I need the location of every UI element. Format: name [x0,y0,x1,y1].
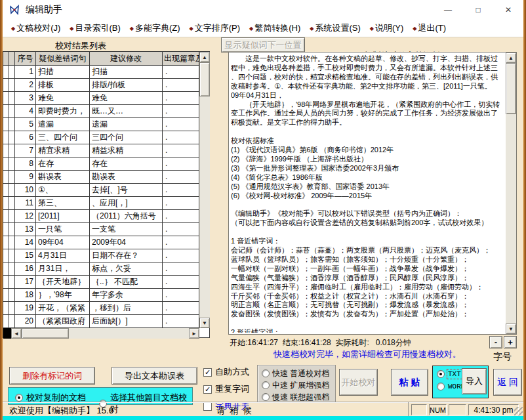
switch-checkbox-option[interactable]: ✓ 自助方式 [203,366,249,378]
back-button[interactable]: 返 回 [493,369,522,396]
suspect-row[interactable]: 8 在存 存在 . [3,158,209,171]
resize-grip[interactable] [514,407,523,415]
suspect-row[interactable]: 19 开花，（紧紧 ，移到）后 . [3,302,209,315]
format-radio-option[interactable]: TXT [437,370,465,378]
suspect-row[interactable]: 5 遣漏 遗漏 . [3,118,209,131]
switch-label: 自助方式 [215,366,249,378]
row-no: 3 [15,92,36,105]
menu-item-label: 目录索引(B) [75,22,120,34]
grid-header-ref: 出现篇章及 [163,52,199,66]
minimize-button-icon[interactable]: — [433,0,463,20]
row-no: 7 [15,144,36,158]
doc-vscroll-thumb[interactable] [506,63,516,114]
menu-item[interactable]: 目录索引(B) [65,20,125,37]
row-suggestion: 去掉[、]号 [90,184,163,197]
menu-item[interactable]: 文字排序(P) [185,20,245,37]
suspect-row[interactable]: 14 09年04 2009年04 . [3,236,209,249]
row-ref: . [163,223,199,236]
row-no: 12 [15,210,36,223]
suspect-row[interactable]: 11 第三、 、应用[，] . [3,197,209,210]
grid-header-suggest: 建议修改 [90,52,163,66]
row-suggestion: 三四个问 [90,131,163,144]
row-ref: . [163,236,199,249]
speed-radio-option[interactable]: 快速 普通校对档 [258,368,335,379]
suspect-row[interactable]: 20 （紧紧围政府 后面缺[）] . [3,315,209,328]
scroll-down-icon[interactable]: ▼ [199,318,210,328]
menu-item[interactable]: 系统设置(S) [305,20,365,37]
document-textarea[interactable]: 这是一款中文校对软件。在各种文稿的起草、修改、抄写、打字、扫措、排板过 程中，难… [228,52,517,335]
suspect-row[interactable]: 7 精宜求精 精益求精 . [3,144,209,158]
maximize-button-icon[interactable]: □ [463,0,493,20]
menu-item[interactable]: 退出(T) [408,20,451,37]
row-ref: . [163,315,199,328]
suspect-row[interactable]: 3 难免 难免 . [3,92,209,105]
menu-item[interactable]: 繁简转换(H) [245,20,305,37]
suspect-row[interactable]: 1 扫措 扫描 . [3,66,209,79]
row-ref: . [163,289,199,302]
menu-item[interactable]: 说明(Y) [365,20,409,37]
font-smaller-button[interactable]: - [489,336,502,348]
grid-vscrollbar[interactable]: ▲ ▼ [199,52,210,328]
doc-vscrollbar[interactable]: ▲ ▼ [506,52,516,334]
row-suggestion: 扫描 [90,66,163,79]
window-border-right [523,0,526,420]
grid-hscrollbar[interactable]: ◄ ► [3,328,199,339]
row-suggestion: 既…又… [90,105,163,118]
suspect-row[interactable]: 12 [2011] （2011）六角括号 . [3,210,209,223]
export-errata-button[interactable]: 导出文本勘误表 [111,367,197,385]
suspect-row[interactable]: 9 斟误表 勘误表 . [3,171,209,184]
suspect-row[interactable]: 17 ｛开天地辟｝ ｛..｝ 不匹配 . [3,276,209,289]
suspect-row[interactable]: 2 排板 排版/拍板 . [3,79,209,92]
scroll-down-icon[interactable]: ▼ [506,324,516,334]
menu-item-label: 繁简转换(H) [254,22,300,34]
suspect-grid: 序号 疑似差错词句 建议修改 出现篇章及 1 扫措 扫描 . 2 排板 排版/拍… [3,51,210,338]
row-wrong-word: 一只笔 [36,223,90,236]
format-radio-option[interactable]: WORD [437,383,465,390]
row-suggestion: 排版/拍板 [90,79,163,92]
suspect-row[interactable]: 16 月31日， 标点，欠妥 . [3,262,209,276]
suspect-row[interactable]: 18 ｝，'98年 年字多余 . [3,289,209,302]
scroll-up-icon[interactable]: ▲ [506,52,516,63]
row-wrong-word: 即费时费力， [36,105,90,118]
switch-checkbox-option[interactable]: ✓ 重复字词 [203,383,249,395]
titlebar: 编辑助手 — □ ✕ [3,0,523,20]
grid-hscroll-thumb[interactable] [22,328,69,339]
show-next-suspect-button[interactable]: 显示疑似词下一位置 [221,37,305,52]
scroll-up-icon[interactable]: ▲ [199,52,210,62]
row-no: 15 [15,249,36,262]
row-wrong-word: 斟误表 [36,171,90,184]
import-button[interactable]: 导入 [462,368,487,394]
app-icon [9,4,20,16]
start-check-button[interactable]: 开始校对 [339,369,378,396]
menu-item[interactable]: 文稿校对(J) [7,20,65,37]
menu-item[interactable]: 多能字典(Z) [125,20,185,37]
window-title: 编辑助手 [26,4,62,16]
row-ref: . [163,210,199,223]
close-button-icon[interactable]: ✕ [493,0,523,20]
row-suggestion: 2009年04 [90,236,163,249]
suspect-row[interactable]: 13 一只笔 一支笔 . [3,223,209,236]
row-no: 13 [15,223,36,236]
suspect-row[interactable]: 10 ①、 去掉[、]号 . [3,184,209,197]
row-no: 14 [15,236,36,249]
font-larger-button[interactable]: + [504,336,517,348]
scroll-left-icon[interactable]: ◄ [11,328,22,339]
scroll-right-icon[interactable]: ► [189,328,199,339]
suspect-row[interactable]: 15 4月31日 日期不存在？ . [3,249,209,262]
grid-corner-box [3,328,11,339]
row-suggestion: 精益求精 [90,144,163,158]
row-suggestion: 标点，欠妥 [90,262,163,276]
format-panel: TXT WORD 导入 [432,366,489,398]
speed-radio-option[interactable]: 中速 扩展增强档 [258,379,335,391]
row-wrong-word: 开花，（紧紧 [36,302,90,315]
grid-vscroll-thumb[interactable] [199,62,210,96]
suspect-row[interactable]: 6 三、四个问 三四个问 . [3,131,209,144]
radio-icon [262,393,270,401]
row-ref: . [163,79,199,92]
row-wrong-word: 在存 [36,158,90,171]
delete-marked-button[interactable]: 删除有标记的词 [9,367,95,385]
row-ref: . [163,158,199,171]
paste-button[interactable]: 粘 贴 [391,369,428,396]
row-wrong-word: 遣漏 [36,118,90,131]
suspect-row[interactable]: 4 即费时费力， 既…又… . [3,105,209,118]
